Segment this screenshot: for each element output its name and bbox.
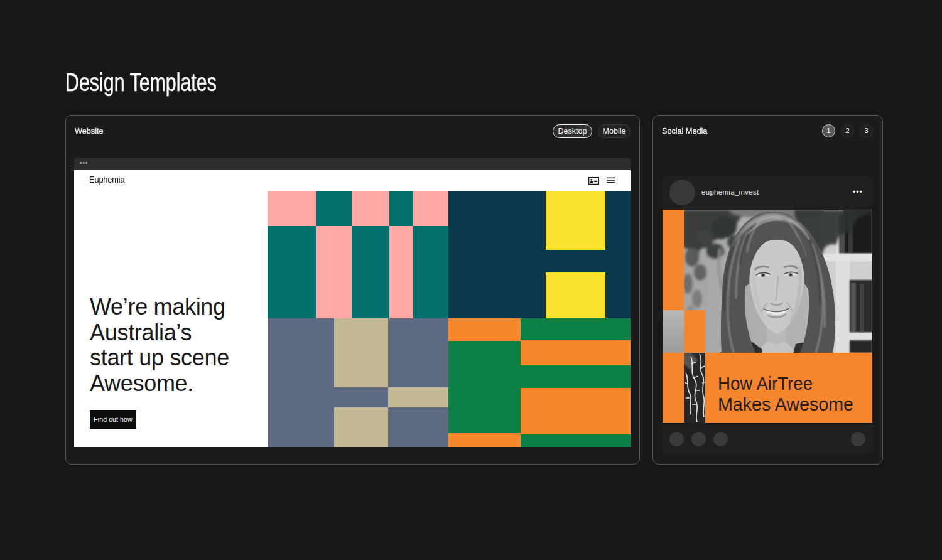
svg-text:How AirTree: How AirTree bbox=[718, 373, 813, 394]
svg-text:Makes Awesome: Makes Awesome bbox=[718, 394, 853, 414]
